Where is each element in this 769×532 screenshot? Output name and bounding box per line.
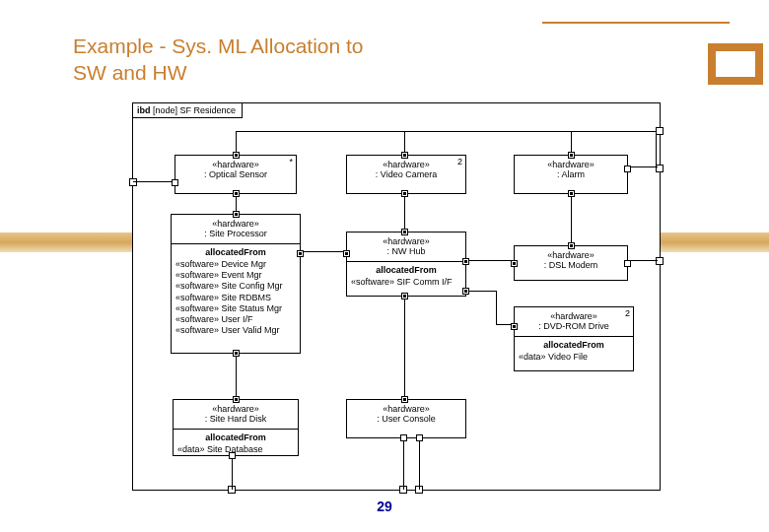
allocated-from-compartment: allocatedFrom «software» SIF Comm I/F <box>347 261 465 292</box>
alloc-name: User I/F <box>222 314 253 324</box>
alloc-stereotype: «software» <box>175 325 219 335</box>
alloc-stereotype: «software» <box>175 293 219 302</box>
block-port <box>229 452 236 459</box>
block-name: : Alarm <box>518 169 624 179</box>
frame-label: ibd [node] SF Residence <box>133 103 243 118</box>
block-dvd-rom-drive: «hardware» : DVD-ROM Drive allocatedFrom… <box>514 306 634 371</box>
accent-rule <box>542 22 730 24</box>
connector <box>656 131 657 166</box>
block-port <box>400 434 407 441</box>
block-port <box>624 260 631 267</box>
allocated-from-compartment: allocatedFrom «data» Site Database <box>174 429 298 459</box>
block-port <box>462 258 469 265</box>
block-alarm: «hardware» : Alarm <box>514 155 628 194</box>
stereotype-label: «hardware» <box>350 404 462 414</box>
connector <box>419 440 420 490</box>
accent-block <box>708 43 763 85</box>
alloc-stereotype: «software» <box>175 314 219 324</box>
block-port <box>233 190 240 197</box>
block-nw-hub: «hardware» : NW Hub allocatedFrom «softw… <box>346 232 466 297</box>
stereotype-label: «hardware» <box>175 219 297 229</box>
block-name: : DVD-ROM Drive <box>518 321 630 331</box>
block-port <box>624 166 631 172</box>
frame-port <box>656 127 664 135</box>
ibd-frame: ibd [node] SF Residence «hardware» <box>132 102 661 491</box>
connector <box>301 251 346 252</box>
block-video-camera: «hardware» : Video Camera 2 <box>346 155 466 194</box>
block-port <box>401 229 408 235</box>
alloc-stereotype: «software» <box>175 281 219 291</box>
alloc-stereotype: «software» <box>175 303 219 313</box>
alloc-name: Site Config Mgr <box>222 281 283 291</box>
page-number: 29 <box>0 499 769 514</box>
connector <box>496 291 497 324</box>
connector <box>404 299 405 399</box>
block-port <box>401 190 408 197</box>
block-port <box>416 434 423 441</box>
frame-port <box>129 178 137 186</box>
frame-port <box>656 257 664 265</box>
connector <box>232 456 233 490</box>
title-line-2: SW and HW <box>73 61 187 84</box>
alloc-name: User Valid Mgr <box>222 325 280 335</box>
connector <box>466 291 496 292</box>
allocated-from-compartment: allocatedFrom «software» Device Mgr «sof… <box>172 243 300 340</box>
connector <box>628 166 658 167</box>
compartment-header: allocatedFrom <box>175 247 296 258</box>
block-name: : Optical Sensor <box>178 169 293 179</box>
block-port <box>401 152 408 159</box>
block-port <box>511 323 518 330</box>
block-dsl-modem: «hardware» : DSL Modem <box>514 245 628 281</box>
compartment-header: allocatedFrom <box>177 432 294 443</box>
block-port <box>568 152 575 159</box>
alloc-name: Event Mgr <box>222 270 262 280</box>
block-site-hard-disk: «hardware» : Site Hard Disk allocatedFro… <box>173 399 299 456</box>
alloc-stereotype: «software» <box>175 270 219 280</box>
title-line-1: Example - Sys. ML Allocation to <box>73 34 364 57</box>
frame-kind: [node] <box>153 105 177 115</box>
page-title: Example - Sys. ML Allocation to SW and H… <box>73 33 364 87</box>
stereotype-label: «hardware» <box>178 160 293 169</box>
connector <box>571 195 572 244</box>
block-name: : Site Processor <box>175 229 297 238</box>
compartment-header: allocatedFrom <box>519 340 629 351</box>
connector <box>403 440 404 490</box>
stereotype-label: «hardware» <box>518 160 624 169</box>
block-port <box>462 288 469 295</box>
frame-name: SF Residence <box>180 105 237 115</box>
connector <box>404 195 405 231</box>
connector <box>236 354 237 399</box>
stereotype-label: «hardware» <box>176 404 295 414</box>
block-port <box>233 211 240 218</box>
stereotype-label: «hardware» <box>518 250 624 260</box>
stereotype-label: «hardware» <box>350 160 462 169</box>
block-port <box>233 396 240 403</box>
alloc-name: Device Mgr <box>222 259 267 269</box>
frame-type: ibd <box>137 105 151 115</box>
alloc-stereotype: «software» <box>175 259 219 269</box>
alloc-stereotype: «data» <box>519 352 546 362</box>
block-port <box>401 293 408 299</box>
connector <box>133 181 175 182</box>
alloc-stereotype: «software» <box>351 277 394 287</box>
block-optical-sensor: «hardware» : Optical Sensor * <box>175 155 297 194</box>
block-port <box>343 250 350 257</box>
block-port <box>297 250 304 257</box>
alloc-name: Video File <box>548 352 588 362</box>
block-port <box>511 260 518 267</box>
compartment-header: allocatedFrom <box>351 265 461 276</box>
block-name: : User Console <box>350 414 462 424</box>
alloc-name: Site Status Mgr <box>222 303 283 313</box>
stereotype-label: «hardware» <box>350 236 462 246</box>
connector <box>236 131 656 132</box>
connector <box>466 260 514 261</box>
block-port <box>233 350 240 357</box>
block-port <box>568 190 575 197</box>
alloc-name: SIF Comm I/F <box>397 277 453 287</box>
alloc-stereotype: «data» <box>177 444 205 454</box>
multiplicity: * <box>289 157 293 166</box>
block-port <box>401 396 408 403</box>
multiplicity: 2 <box>625 308 630 318</box>
multiplicity: 2 <box>457 157 462 166</box>
block-user-console: «hardware» : User Console <box>346 399 466 438</box>
